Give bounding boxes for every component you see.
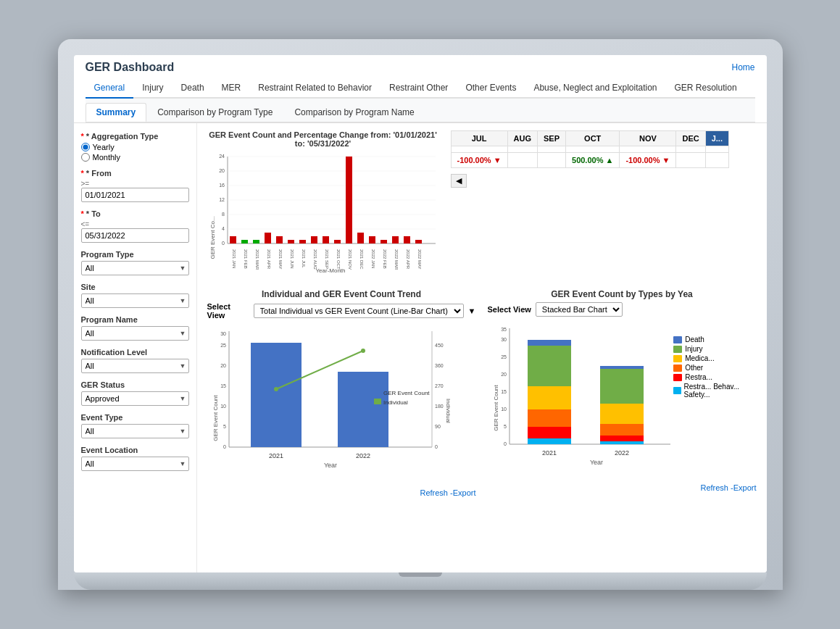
svg-text:Year: Year [589, 459, 602, 466]
bar-oct-2021 [334, 240, 341, 243]
svg-text:15: 15 [220, 383, 226, 388]
agg-label-text: * Aggregation Type [86, 132, 159, 141]
bar-2022-injury [600, 369, 644, 404]
nav-restraint-other[interactable]: Restraint Other [381, 78, 457, 99]
legend-rbs-label: Restra... Behav... Safety... [684, 383, 757, 399]
svg-text:10: 10 [501, 407, 507, 412]
svg-text:2021 JUL: 2021 JUL [302, 249, 306, 268]
select-view-label-trend: Select View [207, 302, 249, 320]
svg-rect-53 [374, 389, 381, 395]
event-type-label: Event Type [81, 413, 189, 422]
from-label-text: * From [86, 169, 112, 178]
legend-injury-label: Injury [685, 345, 702, 353]
cell-aug-2 [507, 153, 537, 168]
nav-general[interactable]: General [86, 78, 134, 99]
table-row: -100.00% ▼ 500.00% ▲ -100.00% ▼ [451, 153, 728, 168]
svg-text:Individual: Individual [445, 399, 452, 423]
col-header-dec: DEC [676, 131, 705, 146]
site-select[interactable]: All [81, 293, 189, 308]
percentage-table: JUL AUG SEP OCT NOV DEC J... [451, 130, 729, 168]
select-view-label-types: Select View [488, 305, 531, 314]
svg-text:90: 90 [435, 424, 441, 429]
svg-text:GER Event Count: GER Event Count [383, 390, 430, 396]
svg-text:25: 25 [501, 354, 507, 359]
program-type-select[interactable]: All [81, 261, 189, 275]
subnav-summary[interactable]: Summary [86, 103, 147, 122]
svg-text:2021: 2021 [541, 449, 556, 457]
nav-ger-resolution[interactable]: GER Resolution [666, 78, 746, 99]
svg-text:Individual: Individual [383, 399, 408, 406]
nav-abuse[interactable]: Abuse, Neglect and Exploitation [525, 78, 665, 99]
trend-select-arrow: ▼ [468, 307, 476, 315]
bar-jan-2021 [230, 236, 236, 243]
top-chart-y-label: GER Event Co... [209, 216, 216, 259]
bar-2021-medical [528, 386, 571, 409]
bar-apr-2022 [404, 236, 410, 243]
nav-other-events[interactable]: Other Events [457, 78, 525, 99]
line-dot-2021 [274, 387, 278, 391]
trend-chart-view-select[interactable]: Total Individual vs GER Event Count (Lin… [254, 304, 464, 318]
cell-aug-1 [507, 146, 537, 153]
svg-text:4: 4 [222, 226, 225, 231]
top-bar-chart-area: GER Event Count and Percentage Change fr… [207, 130, 439, 276]
svg-text:2022 FEB: 2022 FEB [383, 249, 387, 269]
legend-restraint-label: Restra... [685, 373, 712, 381]
cell-ja-2 [705, 153, 728, 168]
svg-text:2021: 2021 [268, 452, 283, 459]
aggregation-radio-group: Yearly Monthly [81, 143, 189, 162]
cell-jul-1 [451, 146, 507, 153]
event-location-select[interactable]: All [81, 457, 189, 471]
ger-status-select[interactable]: Approved [81, 391, 189, 406]
bar-2022-death [600, 366, 644, 369]
svg-text:0: 0 [223, 444, 226, 449]
cell-dec-1 [676, 146, 705, 153]
subnav-comparison-name[interactable]: Comparison by Program Name [283, 103, 425, 122]
types-chart-view-select[interactable]: Stacked Bar Chart [536, 302, 623, 317]
to-date-input[interactable] [81, 228, 189, 243]
svg-text:35: 35 [501, 327, 507, 332]
bar-nov-2021 [346, 157, 352, 243]
svg-text:450: 450 [435, 343, 444, 348]
svg-text:2022: 2022 [614, 449, 628, 457]
svg-text:5: 5 [223, 424, 226, 429]
top-chart-title: GER Event Count and Percentage Change fr… [207, 130, 439, 148]
scroll-left-button[interactable]: ◀ [451, 174, 467, 188]
trend-export-link[interactable]: -Export [450, 488, 475, 497]
svg-text:2021 OCT: 2021 OCT [336, 249, 341, 270]
svg-text:GER Event Count: GER Event Count [493, 384, 499, 430]
cell-oct-2: 500.00% ▲ [566, 153, 620, 168]
x-axis-label: Year-Month [315, 267, 345, 274]
app-title: GER Dashboard [86, 61, 175, 74]
yearly-label: Yearly [93, 143, 115, 151]
cell-nov-2: -100.00% ▼ [620, 153, 676, 168]
svg-text:25: 25 [220, 343, 226, 348]
legend-restraint: Restra... [673, 373, 756, 381]
svg-text:2022: 2022 [355, 452, 370, 459]
from-date-input[interactable] [81, 188, 189, 202]
nav-restraint-behavior[interactable]: Restraint Related to Behavior [249, 78, 381, 99]
home-link[interactable]: Home [731, 62, 754, 72]
radio-yearly[interactable]: Yearly [81, 143, 189, 151]
col-header-jul: JUL [451, 131, 507, 146]
trend-chart-area: Individual and GER Event Count Trend Sel… [207, 289, 476, 497]
trend-refresh-link[interactable]: Refresh [420, 488, 448, 497]
types-refresh-link[interactable]: Refresh [700, 483, 728, 492]
cell-oct-1 [566, 146, 620, 153]
svg-text:0: 0 [504, 441, 507, 446]
subnav-comparison-type[interactable]: Comparison by Program Type [146, 103, 283, 122]
nav-injury[interactable]: Injury [133, 78, 172, 99]
bar-feb-2022 [381, 240, 387, 243]
ger-status-label: GER Status [81, 380, 189, 389]
program-name-select[interactable]: All [81, 326, 189, 341]
monthly-label: Monthly [93, 153, 121, 162]
nav-death[interactable]: Death [172, 78, 213, 99]
svg-text:15: 15 [501, 389, 507, 394]
notification-level-select[interactable]: All [81, 359, 189, 373]
types-export-link[interactable]: -Export [731, 483, 756, 492]
trend-chart-footer: Refresh -Export [207, 488, 476, 497]
event-type-select[interactable]: All [81, 424, 189, 438]
types-chart-area: GER Event Count by Types by Yea Select V… [488, 289, 757, 497]
svg-text:2021 APR: 2021 APR [267, 249, 271, 270]
radio-monthly[interactable]: Monthly [81, 153, 189, 162]
nav-mer[interactable]: MER [213, 78, 250, 99]
